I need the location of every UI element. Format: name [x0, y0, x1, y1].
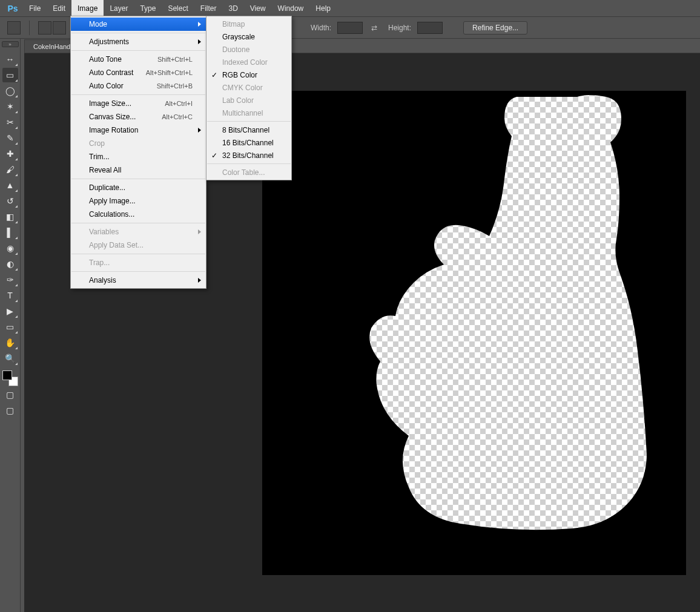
menu-separator [71, 179, 205, 179]
menu-item-auto-tone[interactable]: Auto ToneShift+Ctrl+L [71, 53, 206, 66]
menu-separator [71, 94, 205, 95]
quick-select-tool[interactable]: ✶ [2, 99, 18, 114]
foreground-swatch[interactable] [2, 370, 12, 380]
menu-type[interactable]: Type [134, 0, 162, 16]
menu-item-label: Trim... [89, 153, 193, 161]
mode-item-8-bits-channel[interactable]: 8 Bits/Channel [206, 123, 291, 136]
menu-help[interactable]: Help [309, 0, 337, 16]
width-input[interactable] [337, 22, 363, 34]
eyedropper-tool[interactable]: ✎ [2, 131, 18, 145]
submenu-pip-icon [15, 363, 18, 365]
selection-mode-group [38, 21, 66, 35]
menu-item-image-size[interactable]: Image Size...Alt+Ctrl+I [71, 97, 206, 110]
menu-layer[interactable]: Layer [104, 0, 134, 16]
menu-item-canvas-size[interactable]: Canvas Size...Alt+Ctrl+C [71, 110, 206, 123]
menu-3d[interactable]: 3D [222, 0, 243, 16]
menu-view[interactable]: View [244, 0, 272, 16]
type-tool-icon: T [7, 291, 13, 300]
submenu-pip-icon [15, 205, 18, 208]
menu-item-analysis[interactable]: Analysis [71, 274, 206, 287]
quickmask-icon[interactable]: ▢ [2, 387, 18, 402]
path-select-tool-icon: ▶ [7, 306, 13, 316]
mode-item-label: 32 Bits/Channel [222, 151, 274, 160]
menu-item-adjustments[interactable]: Adjustments [71, 35, 206, 48]
gradient-tool[interactable]: ▌ [2, 225, 18, 240]
menu-edit[interactable]: Edit [47, 0, 71, 16]
menu-filter[interactable]: Filter [194, 0, 223, 16]
mode-item-rgb-color[interactable]: ✓RGB Color [206, 68, 291, 81]
menu-item-duplicate[interactable]: Duplicate... [71, 181, 206, 194]
menu-select[interactable]: Select [162, 0, 194, 16]
menu-item-label: Canvas Size... [89, 113, 162, 121]
healing-tool[interactable]: ✚ [2, 146, 18, 161]
refine-edge-button[interactable]: Refine Edge... [463, 21, 527, 35]
dodge-tool-icon: ◐ [7, 259, 14, 269]
menu-item-variables: Variables [71, 225, 206, 239]
mode-item-lab-color: Lab Color [206, 94, 291, 107]
menu-item-apply-image[interactable]: Apply Image... [71, 194, 206, 208]
move-tool[interactable]: ↔ [2, 52, 18, 67]
menu-item-calculations[interactable]: Calculations... [71, 208, 206, 221]
menu-item-label: Duplicate... [89, 183, 193, 192]
pen-tool[interactable]: ✑ [2, 272, 18, 287]
document-canvas[interactable] [262, 91, 686, 575]
gradient-tool-icon: ▌ [7, 228, 13, 237]
mode-item-label: Duotone [222, 45, 249, 54]
history-brush-tool[interactable]: ↺ [2, 194, 18, 208]
shape-tool-icon: ▭ [6, 322, 14, 332]
menu-item-label: Variables [89, 228, 193, 236]
submenu-arrow-icon [198, 229, 201, 234]
crop-tool[interactable]: ✂ [2, 115, 18, 130]
tool-preset-icon[interactable] [7, 21, 21, 35]
lasso-tool-icon: ◯ [5, 86, 15, 96]
menu-item-reveal-all[interactable]: Reveal All [71, 163, 206, 177]
menu-item-label: Auto Color [89, 82, 157, 90]
menu-window[interactable]: Window [272, 0, 310, 16]
quick-select-tool-icon: ✶ [7, 102, 14, 111]
path-select-tool[interactable]: ▶ [2, 304, 18, 318]
shape-tool[interactable]: ▭ [2, 320, 18, 334]
selection-new[interactable] [38, 21, 51, 35]
selection-add[interactable] [53, 21, 66, 35]
menu-item-mode[interactable]: Mode [71, 18, 206, 31]
submenu-pip-icon [15, 95, 18, 97]
menu-file[interactable]: File [23, 0, 47, 16]
menu-separator [207, 163, 291, 164]
height-label: Height: [388, 24, 411, 32]
crop-tool-icon: ✂ [7, 117, 14, 127]
check-icon: ✓ [211, 71, 217, 79]
panel-toggle-icon[interactable]: » [2, 41, 19, 47]
eraser-tool[interactable]: ◧ [2, 209, 18, 224]
menu-item-auto-contrast[interactable]: Auto ContrastAlt+Shift+Ctrl+L [71, 66, 206, 79]
type-tool[interactable]: T [2, 288, 18, 303]
screenmode-icon-glyph: ▢ [6, 406, 14, 415]
menu-item-image-rotation[interactable]: Image Rotation [71, 123, 206, 137]
screenmode-icon[interactable]: ▢ [2, 403, 18, 418]
color-swatches[interactable] [2, 370, 18, 386]
lasso-tool[interactable]: ◯ [2, 84, 18, 98]
zoom-tool[interactable]: 🔍 [2, 351, 18, 366]
dodge-tool[interactable]: ◐ [2, 257, 18, 271]
submenu-pip-icon [15, 315, 18, 318]
mode-item-label: 16 Bits/Channel [222, 139, 274, 147]
mode-item-label: Bitmap [222, 20, 245, 28]
submenu-pip-icon [15, 347, 18, 349]
mode-item-16-bits-channel[interactable]: 16 Bits/Channel [206, 136, 291, 149]
swap-icon[interactable]: ⇄ [369, 22, 380, 33]
menu-item-trim[interactable]: Trim... [71, 150, 206, 163]
mode-item-grayscale[interactable]: Grayscale [206, 30, 291, 43]
stamp-tool[interactable]: ▲ [2, 178, 18, 192]
hand-tool[interactable]: ✋ [2, 335, 18, 350]
smudge-tool[interactable]: ◉ [2, 241, 18, 255]
menu-image[interactable]: Image [71, 0, 104, 16]
menu-item-auto-color[interactable]: Auto ColorShift+Ctrl+B [71, 79, 206, 93]
menu-item-label: Reveal All [89, 166, 193, 174]
height-input[interactable] [417, 22, 443, 34]
brush-tool[interactable]: 🖌 [2, 162, 18, 177]
marquee-tool[interactable]: ▭ [2, 68, 18, 82]
mode-item-32-bits-channel[interactable]: ✓32 Bits/Channel [206, 149, 291, 162]
submenu-arrow-icon [198, 39, 201, 44]
submenu-pip-icon [15, 189, 18, 192]
menu-separator [207, 121, 291, 122]
submenu-pip-icon [15, 158, 18, 160]
